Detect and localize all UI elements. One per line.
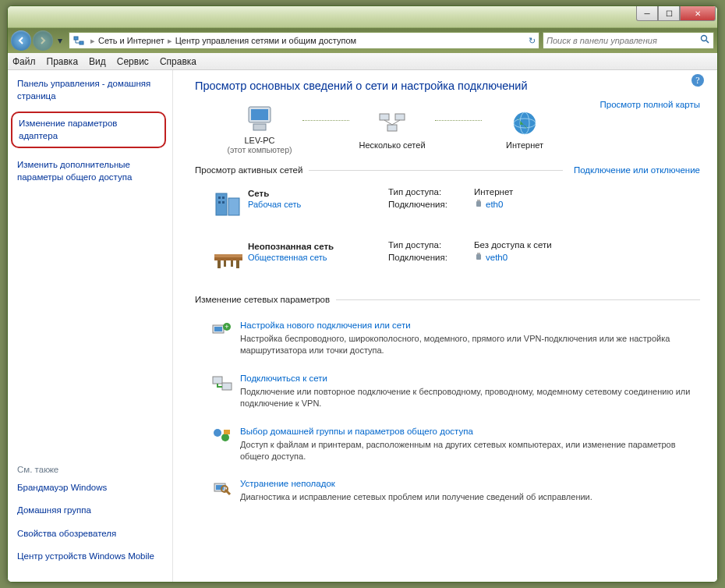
- window: ─ ☐ ✕ ▾ ▸ Сеть и Интернет ▸ Центр управл…: [7, 5, 718, 583]
- svg-rect-29: [231, 260, 233, 267]
- svg-rect-1: [80, 41, 83, 44]
- task-new-connection[interactable]: + Настройка нового подключения или сети …: [195, 312, 700, 365]
- content: ? Просмотр основных сведений о сети и на…: [173, 70, 717, 582]
- address-bar: ▾ ▸ Сеть и Интернет ▸ Центр управления с…: [8, 28, 717, 53]
- adapter-icon: [474, 253, 483, 262]
- sidebar-homegroup[interactable]: Домашняя группа: [17, 505, 163, 517]
- svg-rect-10: [395, 114, 405, 120]
- full-map-link[interactable]: Просмотр полной карты: [599, 100, 700, 109]
- connect-network-icon: [209, 373, 235, 395]
- menu-edit[interactable]: Правка: [47, 56, 79, 67]
- svg-rect-7: [251, 109, 268, 120]
- sidebar-home[interactable]: Панель управления - домашняя страница: [17, 78, 163, 102]
- adapter-icon: [474, 200, 483, 209]
- svg-point-39: [214, 429, 221, 437]
- nav-history-dropdown[interactable]: ▾: [55, 33, 65, 48]
- change-settings-label: Изменение сетевых параметров: [195, 295, 330, 304]
- globe-icon: [482, 108, 568, 139]
- menu-help[interactable]: Справка: [160, 56, 196, 67]
- sidebar-advanced-sharing[interactable]: Изменить дополнительные параметры общего…: [17, 159, 163, 183]
- network-map: LEV-PC (этот компьютер) Несколько сетей …: [217, 103, 700, 154]
- network-type-link[interactable]: Рабочая сеть: [248, 200, 388, 209]
- sidebar-windows-mobile[interactable]: Центр устройств Windows Mobile: [17, 551, 163, 563]
- svg-rect-11: [387, 125, 397, 131]
- connections-label: Подключения:: [388, 253, 474, 262]
- task-link[interactable]: Подключиться к сети: [240, 374, 327, 383]
- search-input[interactable]: [546, 36, 700, 45]
- node-internet-label: Интернет: [482, 140, 568, 150]
- refresh-icon[interactable]: ↻: [529, 36, 536, 46]
- svg-rect-24: [214, 257, 242, 260]
- sidebar-firewall[interactable]: Брандмауэр Windows: [17, 482, 163, 494]
- task-troubleshoot[interactable]: Устранение неполадок Диагностика и испра…: [195, 470, 700, 511]
- maximize-button[interactable]: ☐: [658, 6, 680, 21]
- svg-rect-18: [222, 197, 225, 199]
- menu-file[interactable]: Файл: [12, 56, 36, 67]
- task-homegroup[interactable]: Выбор домашней группы и параметров общег…: [195, 418, 700, 471]
- svg-text:?: ?: [695, 75, 699, 86]
- back-button[interactable]: [11, 30, 31, 51]
- search-icon[interactable]: [700, 34, 710, 47]
- svg-rect-37: [213, 377, 222, 384]
- sidebar-internet-options[interactable]: Свойства обозревателя: [17, 528, 163, 540]
- troubleshoot-icon: [209, 478, 235, 500]
- network-type-link[interactable]: Общественная сеть: [248, 253, 388, 262]
- breadcrumb-level-2[interactable]: Центр управления сетями и общим доступом: [175, 36, 356, 45]
- node-this-pc[interactable]: LEV-PC (этот компьютер): [217, 103, 302, 154]
- forward-button[interactable]: [33, 30, 53, 51]
- connection-link[interactable]: eth0: [486, 200, 503, 209]
- access-type-label: Тип доступа:: [388, 240, 474, 250]
- access-type-value: Без доступа к сети: [474, 240, 552, 250]
- network-row: Неопознанная сеть Общественная сеть Тип …: [195, 236, 700, 289]
- see-also-header: См. также: [17, 465, 163, 474]
- node-internet[interactable]: Интернет: [482, 108, 568, 150]
- svg-rect-19: [218, 201, 221, 204]
- active-networks-header: Просмотр активных сетей Подключение или …: [195, 165, 700, 175]
- task-link[interactable]: Устранение неполадок: [240, 479, 335, 488]
- node-pc-label: LEV-PC: [217, 136, 302, 145]
- menu-bar: Файл Правка Вид Сервис Справка: [8, 53, 717, 70]
- task-description: Доступ к файлам и принтерам, расположенн…: [240, 439, 700, 463]
- help-icon[interactable]: ?: [691, 73, 705, 87]
- close-button[interactable]: ✕: [680, 6, 716, 21]
- task-link[interactable]: Настройка нового подключения или сети: [240, 321, 411, 330]
- node-multi-networks[interactable]: Несколько сетей: [349, 108, 435, 150]
- public-network-icon: [209, 240, 248, 275]
- connection-line: [435, 120, 482, 121]
- active-networks-label: Просмотр активных сетей: [195, 165, 302, 175]
- connect-disconnect-link[interactable]: Подключение или отключение: [574, 165, 700, 175]
- sidebar-adapter-settings[interactable]: Изменение параметров адаптера: [11, 112, 166, 148]
- svg-rect-25: [214, 254, 242, 257]
- svg-rect-26: [218, 260, 221, 268]
- task-description: Подключение или повторное подключение к …: [240, 386, 700, 410]
- access-type-value: Интернет: [474, 187, 513, 197]
- task-link[interactable]: Выбор домашней группы и параметров общег…: [240, 427, 473, 436]
- svg-rect-9: [380, 114, 389, 120]
- svg-rect-16: [228, 198, 239, 215]
- svg-line-3: [706, 41, 709, 43]
- menu-view[interactable]: Вид: [89, 56, 106, 67]
- minimize-button[interactable]: ─: [636, 6, 658, 21]
- svg-point-40: [221, 434, 229, 441]
- svg-rect-30: [476, 254, 481, 260]
- homegroup-icon: [209, 426, 235, 448]
- search-field[interactable]: [543, 32, 714, 49]
- network-name: Сеть: [248, 189, 388, 198]
- connection-link[interactable]: veth0: [486, 253, 508, 262]
- connection-line: [302, 120, 349, 121]
- svg-rect-38: [222, 383, 232, 390]
- breadcrumb-level-1[interactable]: Сеть и Интернет: [98, 36, 164, 45]
- menu-tools[interactable]: Сервис: [117, 56, 149, 67]
- svg-point-2: [702, 36, 707, 41]
- svg-rect-20: [222, 201, 225, 204]
- networks-icon: [349, 108, 435, 139]
- task-description: Диагностика и исправление сетевых пробле…: [240, 491, 700, 503]
- task-connect-network[interactable]: Подключиться к сети Подключение или повт…: [195, 365, 700, 418]
- computer-icon: [217, 103, 302, 134]
- breadcrumb[interactable]: ▸ Сеть и Интернет ▸ Центр управления сет…: [69, 32, 539, 49]
- access-type-label: Тип доступа:: [388, 187, 474, 197]
- network-row: Сеть Рабочая сеть Тип доступа:Интернет П…: [195, 182, 700, 236]
- connections-label: Подключения:: [388, 200, 474, 209]
- svg-rect-34: [214, 327, 222, 331]
- svg-rect-0: [74, 37, 78, 40]
